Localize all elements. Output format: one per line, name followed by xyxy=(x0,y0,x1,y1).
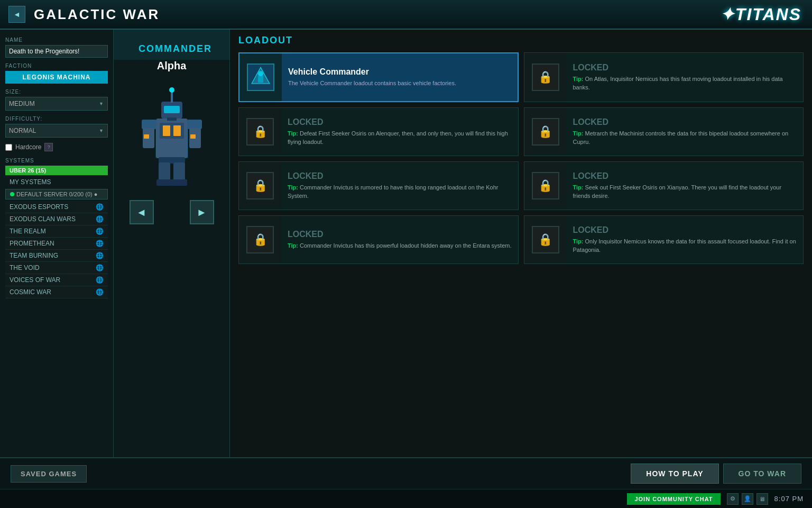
loadout-name: Vehicle Commander xyxy=(288,67,511,77)
game-logo: ✦TITANS xyxy=(720,4,801,24)
how-to-play-button[interactable]: HOW TO PLAY xyxy=(631,464,718,484)
loadout-section-title: LOADOUT xyxy=(238,35,804,46)
server-name: EXODUS ESPORTS xyxy=(10,203,68,211)
server-icon: 🌐 xyxy=(96,228,104,235)
loadout-card-locked2[interactable]: 🔒 LOCKED Tip: Defeat First Seeker Osiris… xyxy=(238,107,519,156)
lock-icon: 🔒 xyxy=(538,233,552,247)
server-list-item[interactable]: EXODUS ESPORTS🌐 xyxy=(5,201,108,213)
loadout-icon xyxy=(239,53,282,101)
main-area: NAME FACTION Legonis Machina SIZE: MEDIU… xyxy=(0,30,812,457)
server-icon: 🌐 xyxy=(96,215,104,223)
server-list-item[interactable]: THE REALM🌐 xyxy=(5,225,108,238)
default-server-item[interactable]: DEFAULT SERVER 0/200 (0) ● xyxy=(5,189,108,199)
community-chat-button[interactable]: JOIN COMMUNITY CHAT xyxy=(627,493,720,505)
prev-commander-button[interactable]: ◄ xyxy=(130,200,154,224)
loadout-name: LOCKED xyxy=(573,117,797,127)
loadout-card-vehicle[interactable]: Vehicle Commander The Vehicle Commander … xyxy=(238,52,519,102)
loadout-name: LOCKED xyxy=(288,230,512,239)
server-list-item[interactable]: VOICES OF WAR🌐 xyxy=(5,274,108,286)
server-list-item[interactable]: THE VOID🌐 xyxy=(5,262,108,274)
loadout-info: LOCKED Tip: Commander Invictus has this … xyxy=(281,216,518,264)
svg-rect-7 xyxy=(142,120,156,129)
server-list-item[interactable]: COSMIC WAR🌐 xyxy=(5,286,108,298)
logo-slash: ✦ xyxy=(720,5,735,24)
server-list-item[interactable]: TEAM BURNING🌐 xyxy=(5,250,108,262)
difficulty-select[interactable]: NORMAL xyxy=(5,124,108,138)
loadout-name: LOCKED xyxy=(573,63,797,72)
lock-icon: 🔒 xyxy=(538,179,552,193)
loadout-tip: Tip: Only Inquisitor Nemicus knows the d… xyxy=(573,238,797,254)
server-name: COSMIC WAR xyxy=(10,288,51,296)
next-commander-button[interactable]: ► xyxy=(190,200,214,224)
loadout-name: LOCKED xyxy=(573,225,797,235)
loadout-info: LOCKED Tip: Seek out First Seeker Osiris… xyxy=(567,162,804,210)
loadout-tip: Tip: Defeat First Seeker Osiris on Alenq… xyxy=(288,130,512,146)
user-icon[interactable]: 👤 xyxy=(742,493,753,505)
monitor-icon[interactable]: 🖥 xyxy=(756,493,768,505)
faction-button[interactable]: Legonis Machina xyxy=(5,71,108,84)
loadout-info: LOCKED Tip: Defeat First Seeker Osiris o… xyxy=(281,108,518,156)
page-title: GALACTIC WAR xyxy=(34,6,160,23)
loadout-card-locked5[interactable]: 🔒 LOCKED Tip: Seek out First Seeker Osir… xyxy=(524,161,804,210)
server-list: EXODUS ESPORTS🌐EXODUS CLAN WARS🌐THE REAL… xyxy=(5,201,108,298)
server-icon: 🌐 xyxy=(96,240,104,247)
lock-icon: 🔒 xyxy=(538,70,552,84)
loadout-info: LOCKED Tip: Metrarch the Machinist contr… xyxy=(567,108,804,156)
name-input[interactable] xyxy=(5,45,108,58)
svg-rect-18 xyxy=(171,91,173,103)
server-list-item[interactable]: EXODUS CLAN WARS🌐 xyxy=(5,213,108,225)
loadout-tip: Tip: Seek out First Seeker Osiris on Xia… xyxy=(573,184,797,200)
svg-rect-2 xyxy=(163,125,170,136)
difficulty-select-wrapper: NORMAL xyxy=(5,124,108,138)
loadout-icon: 🔒 xyxy=(239,162,281,210)
loadout-info: Vehicle Commander The Vehicle Commander … xyxy=(282,53,518,101)
name-label: NAME xyxy=(5,37,108,43)
default-server-label: DEFAULT SERVER 0/200 (0) ● xyxy=(16,191,97,197)
status-icons: ⚙ 👤 🖥 xyxy=(727,493,768,505)
loadout-icon: 🔒 xyxy=(239,216,281,264)
commander-nav: ◄ ► xyxy=(130,200,214,224)
saved-games-button[interactable]: SAVED GAMES xyxy=(11,465,87,483)
server-name: PROMETHEAN xyxy=(10,240,54,247)
server-icon: 🌐 xyxy=(96,288,104,296)
lock-icon: 🔒 xyxy=(253,233,267,247)
svg-rect-17 xyxy=(171,179,187,186)
loadout-grid: Vehicle Commander The Vehicle Commander … xyxy=(238,52,804,264)
loadout-panel: LOADOUT Vehicle Commander The Vehicle Co… xyxy=(230,30,812,457)
loadout-card-locked4[interactable]: 🔒 LOCKED Tip: Commander Invictus is rumo… xyxy=(238,161,519,210)
server-icon: 🌐 xyxy=(96,264,104,271)
commander-section-title: COMMANDER xyxy=(121,36,229,58)
settings-icon[interactable]: ⚙ xyxy=(727,493,739,505)
hardcore-checkbox[interactable] xyxy=(5,144,12,151)
loadout-info: LOCKED Tip: Commander Invictus is rumore… xyxy=(281,162,518,210)
loadout-info: LOCKED Tip: Only Inquisitor Nemicus know… xyxy=(567,216,804,264)
hardcore-row: Hardcore ? xyxy=(5,143,108,151)
loadout-tip: Tip: Commander Invictus is rumored to ha… xyxy=(288,184,512,200)
hardcore-help-badge[interactable]: ? xyxy=(44,143,53,151)
server-list-item[interactable]: PROMETHEAN🌐 xyxy=(5,238,108,250)
loadout-card-locked6[interactable]: 🔒 LOCKED Tip: Commander Invictus has thi… xyxy=(238,215,519,264)
faction-label: FACTION xyxy=(5,63,108,69)
lock-icon: 🔒 xyxy=(253,125,267,139)
loadout-tip: Tip: On Atlas, Inquisitor Nemicus has th… xyxy=(573,75,797,92)
time-display: 8:07 PM xyxy=(774,495,804,503)
loadout-name: LOCKED xyxy=(288,171,512,181)
back-icon: ◄ xyxy=(13,10,21,19)
loadout-card-locked3[interactable]: 🔒 LOCKED Tip: Metrarch the Machinist con… xyxy=(524,107,804,156)
loadout-tip: Tip: Commander Invictus has this powerfu… xyxy=(288,242,512,250)
loadout-info: LOCKED Tip: On Atlas, Inquisitor Nemicus… xyxy=(567,53,804,102)
my-systems-item[interactable]: MY SYSTEMS xyxy=(5,177,108,187)
loadout-card-locked7[interactable]: 🔒 LOCKED Tip: Only Inquisitor Nemicus kn… xyxy=(524,215,804,264)
loadout-icon: 🔒 xyxy=(524,162,567,210)
svg-rect-11 xyxy=(144,134,149,139)
sidebar: NAME FACTION Legonis Machina SIZE: MEDIU… xyxy=(0,30,114,457)
back-button[interactable]: ◄ xyxy=(8,6,25,23)
server-name: THE REALM xyxy=(10,228,46,235)
size-label: SIZE: xyxy=(5,89,108,95)
commander-panel: COMMANDER Alpha xyxy=(114,30,230,457)
server-icon: 🌐 xyxy=(96,276,104,284)
size-select[interactable]: MEDIUM xyxy=(5,97,108,111)
server-name: VOICES OF WAR xyxy=(10,276,60,284)
go-to-war-button[interactable]: GO TO WAR xyxy=(723,464,801,484)
loadout-card-locked1[interactable]: 🔒 LOCKED Tip: On Atlas, Inquisitor Nemic… xyxy=(524,52,804,102)
